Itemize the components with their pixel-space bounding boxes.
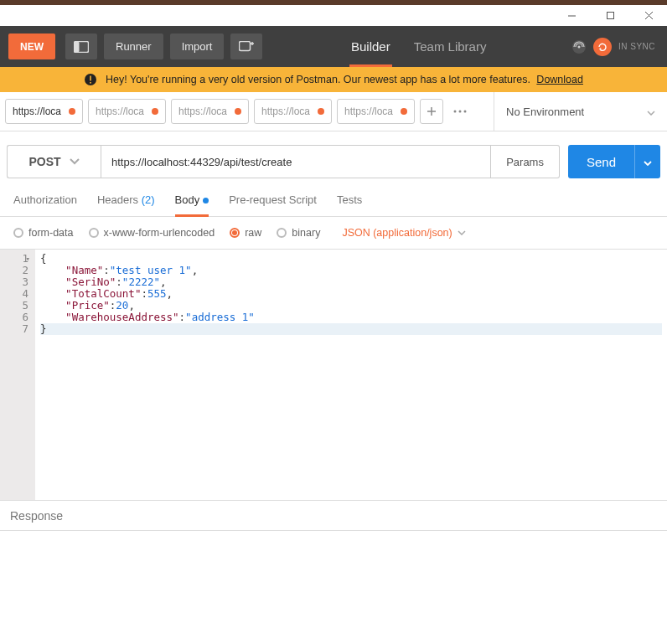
update-banner: Hey! You're running a very old version o… (0, 67, 667, 92)
tab-headers[interactable]: Headers (2) (97, 193, 155, 216)
window-close-button[interactable] (644, 11, 654, 21)
send-button[interactable]: Send (568, 145, 634, 178)
nav-team-library[interactable]: Team Library (402, 26, 499, 67)
dirty-dot-icon (152, 108, 158, 115)
new-window-icon (239, 41, 254, 53)
window-maximize-button[interactable] (605, 11, 615, 21)
tab-prerequest-script[interactable]: Pre-request Script (229, 193, 317, 216)
dots-icon (453, 110, 467, 113)
svg-point-10 (577, 45, 580, 48)
request-tab[interactable]: https://loca (254, 99, 332, 124)
request-tab[interactable]: https://loca (88, 99, 166, 124)
params-button[interactable]: Params (491, 145, 560, 178)
content-type-selector[interactable]: JSON (application/json) (342, 227, 465, 239)
request-tab[interactable]: https://loca (337, 99, 415, 124)
sync-status[interactable]: IN SYNC (571, 26, 659, 67)
new-button[interactable]: NEW (8, 33, 55, 59)
tab-authorization[interactable]: Authorization (13, 193, 77, 216)
svg-rect-13 (90, 82, 91, 84)
svg-rect-6 (240, 41, 251, 50)
request-tabs: https://loca https://loca https://loca h… (0, 92, 494, 131)
radio-form-data[interactable]: form-data (13, 227, 74, 239)
svg-rect-12 (90, 76, 91, 81)
editor-code[interactable]: { "Name":"test user 1", "SeriNo":"2222",… (35, 250, 667, 500)
svg-point-16 (454, 111, 457, 113)
svg-rect-1 (607, 13, 613, 19)
response-header: Response (0, 500, 667, 530)
tabs-and-env-row: https://loca https://loca https://loca h… (0, 92, 667, 131)
sync-label: IN SYNC (618, 42, 655, 51)
banner-download-link[interactable]: Download (536, 74, 583, 85)
chevron-down-icon (644, 161, 652, 166)
radio-raw[interactable]: raw (230, 227, 261, 239)
environment-label: No Environment (506, 106, 584, 118)
main-toolbar: NEW Runner Import Builder Team Library I… (0, 26, 667, 67)
nav-builder[interactable]: Builder (339, 26, 402, 67)
response-body (0, 530, 667, 624)
request-builder-row: POST Params Send (0, 131, 667, 178)
toggle-sidebar-button[interactable] (65, 33, 97, 59)
request-tab[interactable]: https://loca (171, 99, 249, 124)
request-tab[interactable]: https://loca (5, 99, 83, 124)
chevron-down-icon (458, 230, 466, 235)
dirty-dot-icon (69, 108, 75, 115)
active-dot-icon (203, 198, 209, 204)
environment-selector[interactable]: No Environment (494, 92, 667, 131)
new-window-button[interactable] (230, 33, 262, 59)
chevron-down-icon (70, 158, 80, 165)
tab-overflow-button[interactable] (448, 99, 472, 124)
dirty-dot-icon (235, 108, 241, 115)
response-label: Response (10, 509, 63, 523)
http-method-label: POST (28, 155, 60, 168)
plus-icon (427, 106, 437, 116)
tab-tests[interactable]: Tests (337, 193, 362, 216)
warning-icon (84, 73, 97, 86)
dirty-dot-icon (318, 108, 324, 115)
radio-urlencoded[interactable]: x-www-form-urlencoded (89, 227, 215, 239)
body-type-options: form-data x-www-form-urlencoded raw bina… (0, 217, 667, 249)
sync-avatar-icon (593, 38, 612, 56)
tab-body[interactable]: Body (175, 193, 209, 216)
banner-message: Hey! You're running a very old version o… (106, 74, 530, 85)
dirty-dot-icon (401, 108, 407, 115)
editor-gutter: 1234567 (0, 250, 35, 500)
svg-point-18 (464, 111, 467, 113)
body-editor[interactable]: 1234567 { "Name":"test user 1", "SeriNo"… (0, 249, 667, 500)
new-tab-button[interactable] (420, 99, 443, 124)
radio-binary[interactable]: binary (277, 227, 320, 239)
request-url-input[interactable] (101, 145, 491, 178)
window-minimize-button[interactable] (566, 11, 577, 21)
satellite-icon (571, 39, 587, 54)
import-button[interactable]: Import (170, 33, 225, 59)
request-section-tabs: Authorization Headers (2) Body Pre-reque… (0, 178, 667, 217)
svg-point-17 (459, 111, 462, 113)
chevron-down-icon (647, 106, 655, 118)
runner-button[interactable]: Runner (104, 33, 163, 59)
sidebar-icon (74, 41, 89, 53)
svg-rect-5 (75, 41, 80, 52)
window-title-bar (0, 5, 667, 26)
http-method-selector[interactable]: POST (7, 145, 101, 178)
send-dropdown-button[interactable] (634, 145, 660, 178)
